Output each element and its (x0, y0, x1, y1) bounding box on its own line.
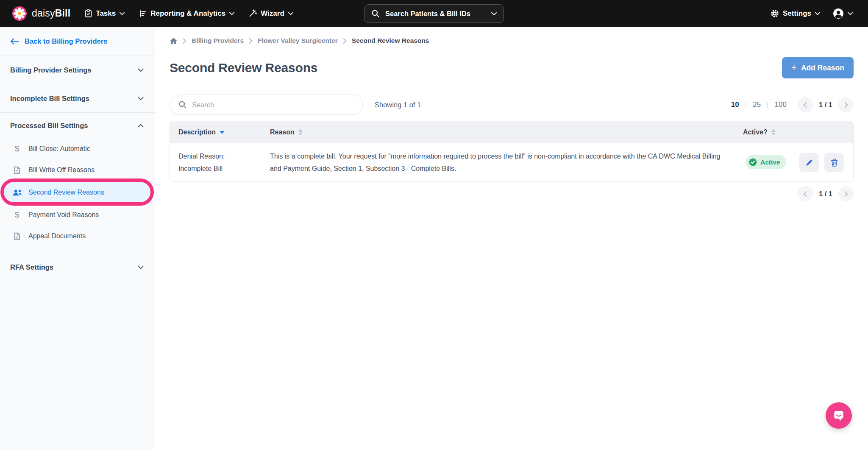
table-header-row: Description Reason Active? (170, 121, 853, 143)
edit-reason-button[interactable] (799, 153, 819, 172)
delete-reason-button[interactable] (824, 153, 844, 172)
chevron-right-icon (343, 38, 347, 44)
sidebar-item-label: Bill Close: Automatic (28, 145, 90, 153)
nav-menu-settings[interactable]: Settings (771, 9, 820, 18)
page-size-25[interactable]: 25 (753, 100, 761, 109)
breadcrumb-item-billing-providers[interactable]: Billing Providers (192, 37, 244, 45)
actions-cell (797, 153, 853, 172)
section-label: Processed Bill Settings (10, 122, 88, 130)
add-reason-button[interactable]: + Add Reason (782, 57, 854, 78)
divider: | (767, 100, 768, 109)
page-size-100[interactable]: 100 (775, 100, 787, 109)
bottom-pager-prev-button[interactable] (798, 186, 813, 201)
chevron-down-icon (288, 12, 293, 15)
sidebar-section-billing-provider-settings[interactable]: Billing Provider Settings (0, 56, 155, 84)
breadcrumb-current: Second Review Reasons (352, 37, 429, 45)
nav-menu-label: Wizard (261, 9, 284, 18)
chevron-right-icon (844, 102, 848, 108)
section-label: Billing Provider Settings (10, 66, 92, 74)
pager-next-button[interactable] (838, 97, 854, 112)
chevron-left-icon (803, 102, 807, 108)
back-to-billing-providers-link[interactable]: Back to Billing Providers (0, 27, 155, 56)
add-reason-label: Add Reason (801, 64, 844, 73)
nav-menu-reporting-analytics[interactable]: Reporting & Analytics (139, 9, 234, 18)
sidebar-item-payment-void-reasons[interactable]: $ Payment Void Reasons (0, 204, 155, 226)
sidebar-section-processed-bill-settings[interactable]: Processed Bill Settings (0, 113, 155, 138)
clipboard-icon (85, 9, 92, 17)
bottom-pager-label: 1 / 1 (819, 190, 832, 198)
dollar-icon: $ (12, 210, 22, 220)
account-menu[interactable] (833, 8, 853, 19)
chevron-down-icon (138, 265, 144, 269)
reason-cell: This is a complete bill. Your request fo… (270, 150, 743, 175)
sidebar-item-label: Appeal Documents (28, 232, 86, 240)
sidebar-item-bill-close-automatic[interactable]: $ Bill Close: Automatic (0, 138, 155, 159)
nav-menu-label: Tasks (96, 9, 116, 18)
daisybill-logo[interactable]: daisyBill (12, 6, 70, 21)
bottom-pager-next-button[interactable] (838, 186, 854, 201)
people-icon (12, 189, 22, 196)
global-search-button[interactable]: Search Patients & Bill IDs (364, 4, 504, 23)
sort-desc-icon (220, 131, 225, 134)
magic-wand-icon (249, 9, 257, 17)
back-link-label: Back to Billing Providers (25, 37, 107, 45)
trash-icon (831, 159, 838, 167)
chat-bubble-icon (832, 409, 845, 422)
sort-icon (298, 129, 303, 135)
chevron-up-icon (138, 124, 144, 128)
chevron-left-icon (803, 191, 807, 197)
breadcrumb: Billing Providers Flower Valley Surgicen… (170, 37, 429, 45)
sidebar-section-incomplete-bill-settings[interactable]: Incomplete Bill Settings (0, 84, 155, 112)
column-header-reason[interactable]: Reason (270, 128, 743, 136)
dollar-icon: $ (12, 144, 22, 153)
global-search-label: Search Patients & Bill IDs (385, 10, 486, 18)
section-label: RFA Settings (10, 263, 53, 271)
home-icon[interactable] (170, 37, 178, 45)
chevron-down-icon (120, 12, 125, 15)
report-chart-icon (139, 10, 147, 17)
page-title: Second Review Reasons (170, 61, 317, 75)
column-header-description[interactable]: Description (170, 128, 270, 136)
nav-menu-tasks[interactable]: Tasks (85, 9, 125, 18)
breadcrumb-item-flower-valley-surgicenter[interactable]: Flower Valley Surgicenter (258, 37, 338, 45)
user-avatar-icon (833, 8, 844, 19)
pager-prev-button[interactable] (798, 97, 813, 112)
chevron-right-icon (844, 191, 848, 197)
chevron-down-icon (848, 12, 853, 15)
gear-icon (771, 9, 779, 18)
chat-launcher-button[interactable] (826, 402, 852, 429)
page-size-selector: 10 | 25 | 100 (731, 100, 787, 109)
sidebar-section-rfa-settings[interactable]: RFA Settings (0, 253, 155, 281)
nav-menu-label: Settings (783, 9, 811, 18)
divider: | (745, 100, 747, 109)
sidebar-item-appeal-documents[interactable]: Appeal Documents (0, 226, 155, 247)
chevron-down-icon (815, 12, 820, 15)
arrow-left-icon (10, 38, 19, 45)
document-icon (12, 232, 22, 240)
search-input[interactable] (192, 101, 354, 109)
column-header-active[interactable]: Active? (743, 128, 797, 136)
pager-label: 1 / 1 (819, 101, 832, 109)
status-badge: Active (746, 155, 786, 169)
column-header-label: Active? (743, 128, 768, 136)
reasons-table: Description Reason Active? Denial Reason… (170, 121, 854, 182)
top-pager: 1 / 1 (798, 97, 854, 112)
sort-icon (771, 129, 776, 135)
main-content: Billing Providers Flower Valley Surgicen… (155, 27, 868, 449)
search-icon (371, 9, 380, 18)
app-window: daisyBill Tasks Reporting & Analytics (0, 0, 868, 449)
chevron-right-icon (249, 38, 253, 44)
top-navbar: daisyBill Tasks Reporting & Analytics (0, 0, 868, 27)
pencil-icon (805, 159, 813, 167)
column-header-label: Reason (270, 128, 295, 136)
column-header-label: Description (178, 128, 216, 136)
page-size-10[interactable]: 10 (731, 100, 739, 109)
daisy-flower-icon (12, 6, 27, 21)
bottom-pager: 1 / 1 (798, 186, 854, 201)
table-row: Denial Reason: Incomplete Bill This is a… (170, 143, 853, 181)
sidebar-item-second-review-reasons[interactable]: Second Review Reasons (3, 181, 151, 204)
sidebar-item-bill-write-off-reasons[interactable]: Bill Write Off Reasons (0, 159, 155, 181)
settings-sidebar: Back to Billing Providers Billing Provid… (0, 27, 155, 449)
chevron-down-icon (229, 12, 234, 15)
nav-menu-wizard[interactable]: Wizard (249, 9, 293, 18)
